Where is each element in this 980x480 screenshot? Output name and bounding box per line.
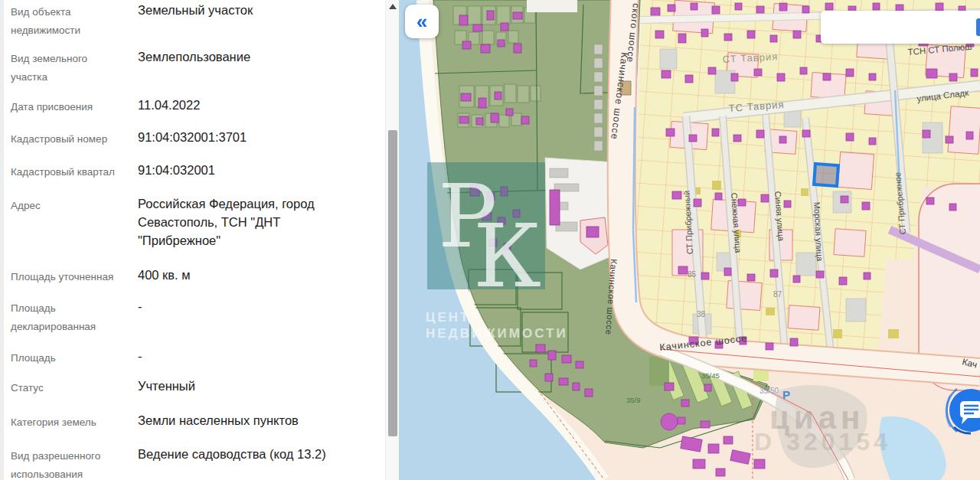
field-value: Ведение садоводства (код 13.2): [138, 445, 345, 463]
field-value: 11.04.2022: [138, 96, 345, 114]
field-value: Учтенный: [138, 377, 345, 395]
parcel-number: 35/50: [760, 387, 779, 395]
parcel-number: 87: [773, 290, 782, 299]
field-value: Земли населенных пунктов: [138, 411, 345, 429]
selected-parcel[interactable]: [814, 164, 838, 186]
panel-left-edge: [0, 0, 4, 480]
parcel-number: 85: [688, 270, 697, 279]
watermark-letter-k: К: [473, 204, 541, 307]
scrollbar-up-arrow-icon[interactable]: [389, 4, 397, 9]
watermark-line1: ЦЕНТР: [426, 310, 482, 325]
field-label: Адрес: [11, 197, 119, 215]
field-label: Вид земельного участка: [11, 50, 119, 87]
chevron-double-left-icon: «: [416, 10, 427, 33]
watermark-line2: НЕДВИЖИМОСТИ: [426, 326, 568, 341]
field-label: Площадь: [11, 349, 119, 367]
parcel-number: 38: [697, 310, 706, 318]
field-value: Российская Федерация, город Севастополь,…: [138, 194, 345, 250]
map-canvas[interactable]: 85 87 38 35/9 35/45 35/50 Р ского шоссе …: [399, 0, 980, 480]
object-info-panel: Вид объекта недвижимости Земельный участ…: [0, 0, 385, 480]
field-label: Площадь декларированная: [11, 299, 119, 336]
chat-widget-button[interactable]: [945, 381, 980, 447]
field-label: Кадастровый номер: [11, 130, 119, 149]
field-value: 91:04:032001:3701: [138, 128, 345, 146]
field-value: -: [138, 347, 345, 365]
field-label: Вид разрешенного использования: [11, 447, 119, 480]
field-label: Дата присвоения: [11, 98, 119, 116]
field-value: -: [138, 297, 345, 315]
field-value: Земельный участок: [138, 1, 345, 19]
field-label: Категория земель: [11, 413, 119, 432]
search-box[interactable]: [821, 11, 980, 44]
search-button[interactable]: [976, 18, 980, 36]
field-label: Кадастровый квартал: [11, 163, 119, 181]
field-label: Площадь уточненная: [11, 268, 119, 286]
parcel-number: 35/45: [701, 371, 720, 380]
collapse-sidebar-button[interactable]: «: [405, 5, 439, 38]
watermark-id-text: D 320154: [754, 428, 891, 456]
scrollbar-thumb[interactable]: [388, 130, 397, 436]
panel-scrollbar[interactable]: [385, 0, 400, 480]
parcel-number: 35/9: [626, 396, 641, 404]
field-value: 400 кв. м: [138, 266, 345, 284]
field-value: 91:04:032001: [138, 161, 345, 179]
field-value: Землепользование: [138, 47, 345, 66]
field-label: Вид объекта недвижимости: [11, 3, 119, 40]
field-label: Статус: [11, 379, 119, 397]
